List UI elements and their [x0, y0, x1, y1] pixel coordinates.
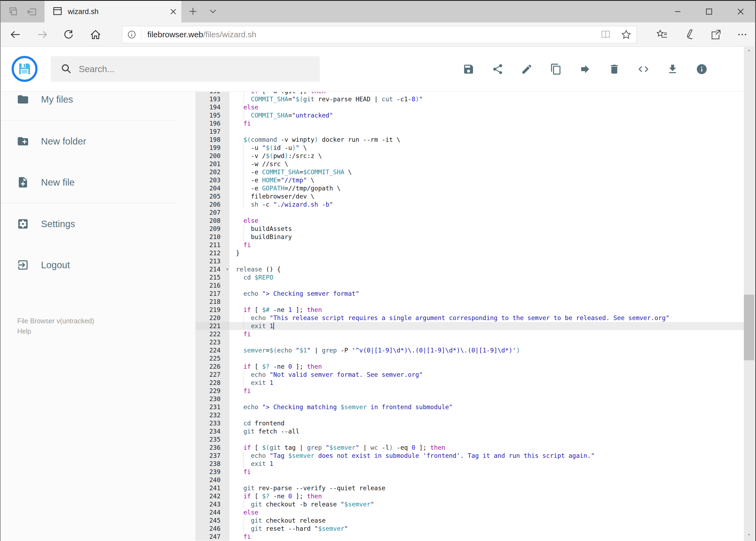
- scroll-down-icon[interactable]: ˅: [744, 531, 754, 541]
- more-options-icon[interactable]: [731, 22, 753, 47]
- code-text: COMMIT_SHA="untracked": [229, 111, 746, 119]
- tab-list-chevron-icon[interactable]: [205, 4, 221, 19]
- code-token: $(: [296, 96, 303, 103]
- rename-button[interactable]: [512, 54, 541, 84]
- code-line: 206 sh -c "./wizard.sh -b": [195, 201, 746, 209]
- page-scrollbar[interactable]: ˄ ˅: [744, 47, 754, 541]
- code-token: [251, 274, 255, 281]
- browser-tab[interactable]: wizard.sh: [45, 1, 181, 22]
- settings-icon: [17, 218, 29, 230]
- window-close-icon[interactable]: [728, 2, 753, 21]
- home-icon[interactable]: [85, 22, 106, 47]
- code-token: [236, 444, 243, 451]
- sidebar-divider: [1, 120, 176, 121]
- code-token: }: [236, 250, 240, 257]
- code-text: -e HOME="//tmp" \: [229, 176, 746, 184]
- sidebar-item-new-file[interactable]: New file: [1, 168, 179, 197]
- code-token: COMMIT_SHA: [251, 96, 288, 103]
- code-line: 201 -w //src \: [195, 160, 746, 168]
- line-number: 234: [195, 427, 229, 435]
- code-token: id -u: [273, 144, 292, 151]
- back-icon[interactable]: [5, 22, 26, 47]
- window-minimize-icon[interactable]: [665, 2, 690, 21]
- code-line: 208 else: [195, 217, 746, 225]
- save-icon: [463, 63, 474, 75]
- favorite-star-icon[interactable]: [616, 29, 636, 40]
- code-token: echo: [243, 290, 258, 297]
- code-token: [236, 509, 243, 516]
- url-text[interactable]: filebrowser.web/files/wizard.sh: [147, 30, 596, 39]
- code-token: wc: [371, 444, 378, 451]
- code-token: fi: [243, 330, 251, 337]
- code-button[interactable]: [629, 54, 658, 84]
- move-button[interactable]: [571, 54, 600, 84]
- fold-marker-icon[interactable]: ▾: [226, 265, 228, 273]
- address-bar[interactable]: filebrowser.web/files/wizard.sh: [122, 26, 637, 43]
- code-text: fi: [229, 387, 746, 395]
- code-token: $semver: [341, 403, 367, 410]
- code-token: then: [307, 363, 322, 370]
- code-line: 205 filebrowser/dev \: [195, 192, 746, 201]
- line-number: 235: [195, 435, 229, 443]
- search-input[interactable]: [79, 64, 320, 74]
- code-token: 0: [411, 444, 415, 451]
- code-token: -P: [337, 347, 352, 354]
- web-note-pen-icon[interactable]: [678, 22, 699, 47]
- code-token: $#: [262, 306, 270, 313]
- code-token: $1: [299, 347, 307, 354]
- share-button[interactable]: [483, 54, 512, 84]
- sidebar-item-new-folder[interactable]: New folder: [1, 126, 179, 156]
- code-token: "> Checking semver format": [262, 290, 359, 297]
- download-icon: [667, 63, 678, 75]
- line-number: 195: [195, 111, 229, 119]
- window-maximize-icon[interactable]: [697, 2, 721, 21]
- code-line: 237 echo "Tag $semver does not exist in …: [195, 452, 746, 460]
- code-token: [236, 136, 243, 143]
- code-line: 214▾release () {: [195, 265, 746, 273]
- code-text: [229, 209, 746, 217]
- tab-close-icon[interactable]: [165, 4, 181, 20]
- code-line: 230: [195, 395, 746, 403]
- code-line: 232: [195, 411, 746, 419]
- help-link[interactable]: Help: [17, 326, 94, 336]
- scroll-up-icon[interactable]: ˄: [744, 47, 754, 58]
- code-token: ": [371, 501, 375, 508]
- hub-favorites-icon[interactable]: [651, 22, 673, 47]
- code-line: 228 exit 1: [195, 379, 746, 387]
- code-token: echo: [251, 314, 266, 321]
- code-text: echo "This release script requires a sin…: [229, 314, 746, 322]
- reading-view-icon[interactable]: [596, 30, 616, 39]
- line-number: 242: [195, 492, 229, 500]
- code-token: -ne: [270, 493, 288, 500]
- code-token: ];: [292, 306, 307, 313]
- sidebar-item-settings[interactable]: Settings: [1, 209, 179, 239]
- line-number: 203: [195, 176, 229, 184]
- code-editor[interactable]: 192 if [ -d .git ]; then193 COMMIT_SHA="…: [195, 92, 746, 541]
- code-text: buildBinary: [229, 233, 746, 241]
- code-text: [229, 257, 746, 265]
- code-text: [229, 395, 746, 403]
- new-tab-icon[interactable]: [185, 4, 201, 19]
- share-page-icon[interactable]: [705, 22, 727, 47]
- scrollbar-thumb[interactable]: [744, 295, 754, 360]
- refresh-icon[interactable]: [58, 22, 79, 47]
- sidebar-item-logout[interactable]: Logout: [1, 250, 179, 280]
- code-token: git: [243, 428, 255, 435]
- save-button[interactable]: [454, 54, 483, 84]
- delete-button[interactable]: [600, 54, 629, 84]
- download-button[interactable]: [658, 54, 687, 84]
- code-text: buildAssets: [229, 225, 746, 233]
- copy-button[interactable]: [541, 54, 571, 84]
- sidebar-item-my-files[interactable]: My files: [1, 85, 179, 114]
- tab-preview-icon[interactable]: [8, 6, 19, 17]
- code-token: [236, 120, 243, 127]
- code-line: 245 git checkout release: [195, 516, 746, 525]
- search-box[interactable]: [51, 56, 320, 82]
- site-info-icon[interactable]: [122, 30, 141, 39]
- filebrowser-logo[interactable]: [12, 56, 38, 82]
- set-tabs-aside-icon[interactable]: [26, 6, 37, 17]
- code-token: [236, 493, 243, 500]
- info-button[interactable]: [687, 54, 716, 84]
- code-token: fi: [243, 533, 251, 540]
- forward-icon[interactable]: [32, 22, 53, 47]
